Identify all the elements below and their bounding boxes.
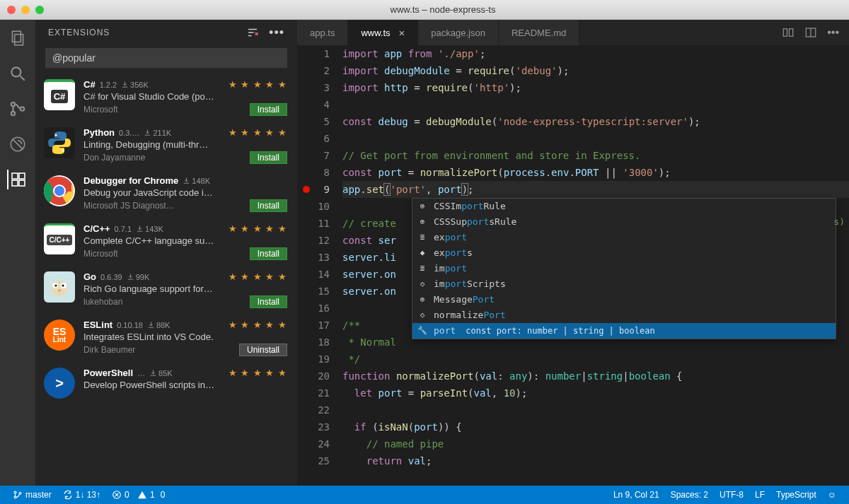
extension-install-button[interactable]: Install [250,103,287,116]
download-count: 143K [136,225,163,233]
svg-point-17 [55,134,57,136]
svg-point-35 [19,492,21,494]
status-branch[interactable]: master [7,490,57,500]
status-bar: master 1↓ 13↑ 0 1 0 Ln 9, Col 21 Spaces:… [0,486,849,504]
svg-rect-8 [12,173,18,179]
extension-publisher: Dirk Baeumer [83,345,135,355]
editor-tab[interactable]: README.md [499,20,579,45]
status-sync[interactable]: 1↓ 13↑ [57,490,106,500]
extension-publisher: Microsoft [83,105,118,115]
sidebar-heading: EXTENSIONS [48,28,110,37]
suggestion-item[interactable]: ⊕MessagePort [412,292,836,307]
svg-point-2 [11,67,21,76]
extension-item[interactable]: Go0.6.3999K★ ★ ★ ★ ★Rich Go language sup… [35,266,297,314]
download-count: 148K [183,177,210,185]
extension-item[interactable]: C/C++C/C++0.7.1143K★ ★ ★ ★ ★Complete C/C… [35,218,297,266]
more-actions-icon[interactable]: ••• [269,25,284,40]
extension-description: Linting, Debugging (multi-thr… [83,139,287,150]
suggestion-item[interactable]: ◇importScripts [412,276,836,292]
svg-point-5 [11,112,15,115]
suggestion-item[interactable]: ⊕CSSImportRule [412,199,836,214]
status-lncol[interactable]: Ln 9, Col 21 [608,490,665,500]
svg-point-18 [62,150,64,152]
suggestion-item[interactable]: 🔧portconst port: number | string | boole… [412,323,836,339]
extension-publisher: Microsoft [83,249,118,259]
code-editor[interactable]: 1234567891011121314151617181920212223242… [297,45,849,486]
svg-point-33 [14,491,16,493]
suggestion-item[interactable]: ◇normalizePort [412,307,836,323]
compare-icon[interactable] [782,26,795,39]
window-title: www.ts – node-express-ts [44,4,842,15]
explorer-icon[interactable] [8,28,28,48]
svg-point-6 [21,107,24,110]
extension-item[interactable]: Python0.3.…211K★ ★ ★ ★ ★Linting, Debuggi… [35,122,297,170]
rating-stars: ★ ★ ★ ★ ★ [229,320,287,330]
minimize-window[interactable] [21,6,30,14]
extensions-search-input[interactable] [45,48,287,68]
titlebar: www.ts – node-express-ts [0,0,849,20]
svg-point-34 [14,496,16,498]
editor-area: app.tswww.ts×package.jsonREADME.md••• 12… [297,20,849,486]
svg-rect-29 [783,29,787,37]
extension-item[interactable]: ESLintESLint0.10.1888K★ ★ ★ ★ ★Integrate… [35,314,297,362]
extension-item[interactable]: >PowerShell…85K★ ★ ★ ★ ★Develop PowerShe… [35,362,297,404]
extension-publisher: Microsoft JS Diagnost… [83,201,175,211]
download-count: 85K [149,369,173,377]
editor-tab[interactable]: www.ts× [348,20,418,45]
breakpoint-icon[interactable] [303,186,310,193]
download-count: 356K [121,81,149,89]
svg-rect-10 [19,180,25,186]
extension-install-button[interactable]: Install [250,151,287,164]
split-editor-icon[interactable] [804,26,817,39]
editor-tab[interactable]: app.ts [297,20,348,45]
rating-stars: ★ ★ ★ ★ ★ [229,223,287,234]
minimap-fragment: s) [833,213,845,230]
suggestion-item[interactable]: ≣import [412,261,836,276]
suggestion-item[interactable]: ⊕CSSSupportsRule [412,214,836,230]
clear-filter-icon[interactable] [246,26,259,39]
extension-description: Develop PowerShell scripts in… [83,380,287,390]
code-content[interactable]: import app from './app';import debugModu… [342,45,849,486]
editor-tabs: app.tswww.ts×package.jsonREADME.md••• [297,20,849,45]
svg-rect-30 [790,29,793,37]
rating-stars: ★ ★ ★ ★ ★ [229,127,287,138]
search-icon[interactable] [8,64,28,83]
extension-item[interactable]: C#C#1.2.2356K★ ★ ★ ★ ★C# for Visual Stud… [35,74,297,122]
svg-point-4 [11,102,15,106]
intellisense-popup[interactable]: ⊕CSSImportRule⊕CSSSupportsRule≣export◆ex… [412,198,836,339]
extension-install-button[interactable]: Install [250,295,287,308]
svg-point-26 [55,285,57,287]
suggestion-item[interactable]: ◆exports [412,245,836,261]
extension-install-button[interactable]: Install [250,199,287,212]
close-tab-icon[interactable]: × [399,27,405,39]
svg-rect-9 [12,180,18,186]
status-feedback-icon[interactable]: ☺ [822,490,842,500]
extension-description: Debug your JavaScript code i… [83,187,287,198]
download-count: 99K [127,273,150,281]
extension-description: C# for Visual Studio Code (po… [83,91,287,102]
extensions-icon[interactable] [7,170,27,189]
status-problems[interactable]: 0 1 0 [106,490,171,500]
status-encoding[interactable]: UTF-8 [714,490,749,500]
status-spaces[interactable]: Spaces: 2 [665,490,714,500]
more-tab-actions-icon[interactable]: ••• [827,26,839,39]
scm-icon[interactable] [8,99,28,119]
line-gutter: 1234567891011121314151617181920212223242… [297,45,342,486]
extension-item[interactable]: Debugger for Chrome148KDebug your JavaSc… [35,170,297,218]
extension-install-button[interactable]: Install [250,247,287,260]
zoom-window[interactable] [35,6,44,14]
svg-point-23 [51,281,68,296]
status-lang[interactable]: TypeScript [770,490,822,500]
activity-bar [0,20,35,486]
status-eol[interactable]: LF [749,490,770,500]
close-window[interactable] [7,6,16,14]
extension-publisher: Don Jayamanne [83,153,145,163]
debug-icon[interactable] [8,134,28,154]
extension-description: Integrates ESLint into VS Code. [83,332,287,342]
extension-install-button[interactable]: Uninstall [239,344,287,356]
download-count: 211K [144,129,171,137]
editor-tab[interactable]: package.json [418,20,499,45]
suggestion-item[interactable]: ≣export [412,230,836,245]
sidebar: EXTENSIONS ••• C#C#1.2.2356K★ ★ ★ ★ ★C# … [35,20,297,486]
svg-rect-1 [15,35,23,45]
